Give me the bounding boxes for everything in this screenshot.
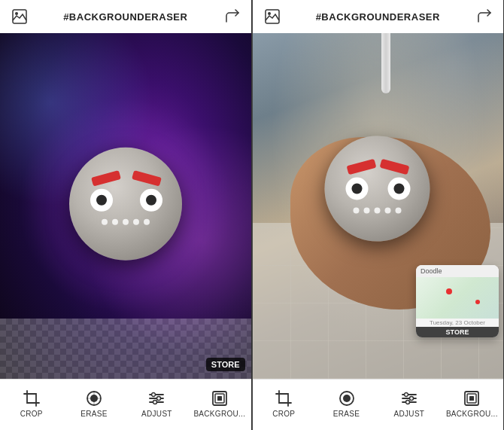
right-background-button[interactable]: BACKGROU... (441, 386, 503, 422)
right-eye-left (346, 177, 369, 200)
right-eye-right (388, 177, 411, 200)
left-panel: #BACKGROUNDERASER (0, 0, 252, 430)
led-3 (123, 218, 129, 224)
svg-point-20 (404, 393, 408, 397)
right-header: #BACKGROUNDERASER (253, 0, 504, 33)
adjust-icon (148, 390, 165, 407)
doodle-date: Tuesday, 23 October (416, 319, 499, 327)
left-crop-button[interactable]: CROP (0, 386, 62, 422)
right-canvas-area: Doodle Tuesday, 23 October STORE (253, 33, 504, 379)
right-toolbar: CROP ERASE ADJUS (253, 379, 504, 430)
led-row (102, 218, 150, 224)
led-1 (102, 218, 108, 224)
right-adjust-icon (401, 390, 417, 407)
left-toolbar: CROP ERASE (0, 379, 251, 430)
svg-point-22 (405, 401, 409, 404)
right-background-label: BACKGROU... (446, 410, 498, 418)
right-eyebrow-right (380, 158, 410, 174)
svg-point-3 (90, 395, 98, 402)
eye-right (140, 188, 162, 211)
left-erase-button[interactable]: ERASE (62, 386, 125, 422)
left-header: #BACKGROUNDERASER (0, 0, 251, 33)
svg-point-14 (268, 12, 271, 15)
speaker-body (69, 147, 182, 260)
right-pupil-right (394, 183, 405, 194)
svg-point-7 (152, 393, 156, 397)
left-adjust-label: ADJUST (141, 410, 172, 418)
right-erase-button[interactable]: ERASE (315, 386, 378, 422)
left-canvas: STORE (0, 33, 251, 379)
share-icon[interactable] (223, 8, 241, 26)
eyebrow-right (132, 170, 162, 186)
right-led-4 (385, 207, 391, 213)
right-adjust-label: ADJUST (394, 410, 425, 418)
left-header-title: #BACKGROUNDERASER (63, 11, 187, 23)
doodle-card-title: Doodle (416, 265, 499, 277)
right-led-row (354, 207, 402, 213)
svg-point-8 (157, 397, 161, 401)
right-crop-button[interactable]: CROP (253, 386, 315, 422)
svg-rect-12 (217, 396, 222, 401)
doodle-card-map (416, 277, 499, 319)
right-led-5 (396, 207, 402, 213)
right-eyebrow-left (347, 158, 377, 174)
eye-left (90, 188, 113, 211)
usb-cable (381, 33, 390, 93)
right-adjust-button[interactable]: ADJUST (378, 386, 440, 422)
left-adjust-button[interactable]: ADJUST (126, 386, 188, 422)
pupil-left (96, 194, 107, 205)
left-background-button[interactable]: BACKGROU... (188, 386, 250, 422)
svg-point-21 (409, 397, 413, 401)
right-led-3 (375, 207, 381, 213)
image-icon[interactable] (11, 8, 29, 26)
right-led-2 (364, 207, 370, 213)
led-4 (133, 218, 139, 224)
svg-point-1 (15, 12, 18, 15)
map-pin-2 (475, 300, 480, 304)
map-pin-1 (446, 288, 452, 294)
right-pupil-left (352, 183, 363, 194)
led-5 (144, 218, 150, 224)
svg-point-9 (153, 401, 157, 404)
pupil-right (146, 194, 156, 205)
right-background-icon (463, 390, 480, 407)
right-speaker-body (325, 136, 430, 241)
crop-icon (23, 390, 40, 407)
background-icon (211, 390, 228, 407)
right-speaker (323, 134, 433, 243)
led-2 (112, 218, 118, 224)
erase-icon (86, 390, 102, 407)
right-crop-label: CROP (272, 410, 295, 418)
left-store-badge[interactable]: STORE (206, 358, 245, 371)
right-image-icon[interactable] (263, 8, 281, 26)
right-canvas: Doodle Tuesday, 23 October STORE (253, 33, 504, 379)
left-speaker (65, 143, 186, 264)
right-header-title: #BACKGROUNDERASER (316, 11, 440, 23)
left-crop-label: CROP (20, 410, 43, 418)
right-led-1 (354, 207, 360, 213)
svg-rect-25 (469, 396, 474, 401)
right-erase-label: ERASE (333, 410, 360, 418)
doodle-card[interactable]: Doodle Tuesday, 23 October STORE (416, 265, 499, 337)
right-crop-icon (275, 390, 292, 407)
eyebrow-left (91, 170, 121, 186)
left-canvas-area: STORE (0, 33, 251, 379)
left-erase-label: ERASE (80, 410, 107, 418)
left-background-label: BACKGROU... (193, 410, 245, 418)
right-erase-icon (339, 390, 355, 407)
right-store-badge[interactable]: STORE (416, 327, 499, 337)
svg-point-16 (343, 395, 351, 402)
right-share-icon[interactable] (475, 8, 493, 26)
right-panel: #BACKGROUNDERASER (253, 0, 505, 430)
